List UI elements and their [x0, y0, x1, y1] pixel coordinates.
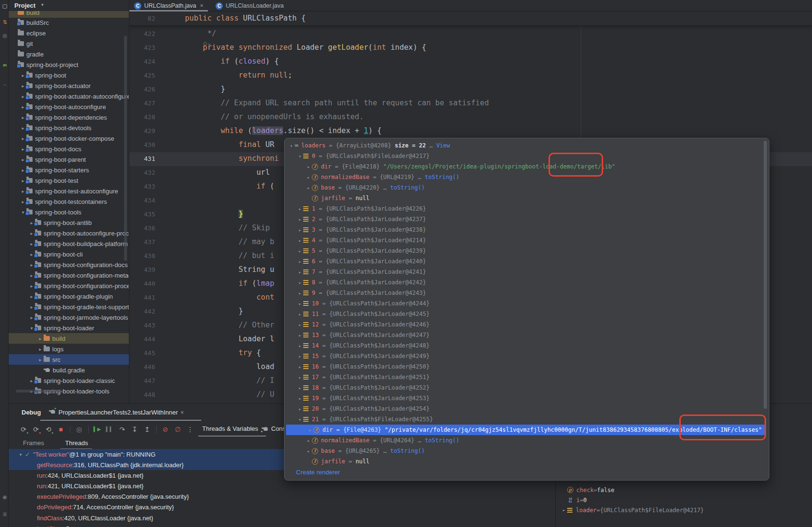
pause-icon[interactable]: ▍▍: [104, 424, 115, 435]
chevron-collapsed-icon[interactable]: ▸: [297, 354, 303, 359]
more-icon[interactable]: ⋮: [185, 424, 195, 435]
debugger-node-17[interactable]: ▸17 = {URLClassPath$JarLoader@4251}: [285, 372, 769, 382]
tree-item-spring-boot-configuration-processor[interactable]: ▸spring-boot-configuration-processor: [9, 280, 129, 291]
run-config-icon[interactable]: IR: [1, 63, 9, 67]
debugger-node-14[interactable]: ▸14 = {URLClassPath$JarLoader@4248}: [285, 340, 769, 351]
chevron-collapsed-icon[interactable]: ▸: [297, 301, 303, 306]
structure-icon[interactable]: ≣: [1, 511, 9, 517]
chevron-collapsed-icon[interactable]: ▸: [297, 322, 303, 327]
chevron-collapsed-icon[interactable]: ▸: [297, 269, 303, 275]
chevron-collapsed-icon[interactable]: ▸: [297, 259, 303, 264]
project-icon[interactable]: ▢: [1, 3, 9, 9]
chevron-collapsed-icon[interactable]: ▸: [305, 185, 312, 191]
debugger-node-dir[interactable]: ▸fdir = {File@4218} "/Users/zengsl/Proje…: [285, 161, 769, 172]
chevron-collapsed-icon[interactable]: ▸: [297, 385, 303, 391]
chevron-expanded-icon[interactable]: ▾: [297, 417, 303, 422]
debugger-node-loaders[interactable]: ▾∞loaders = {ArrayList@4208} size = 22 ……: [285, 140, 769, 151]
tab-frames[interactable]: Frames: [23, 439, 44, 447]
close-icon[interactable]: ×: [200, 2, 203, 9]
chevron-collapsed-icon[interactable]: ▸: [37, 357, 44, 362]
debugger-node-12[interactable]: ▸12 = {URLClassPath$JarLoader@4246}: [285, 319, 769, 330]
chevron-expanded-icon[interactable]: ▾: [17, 452, 24, 457]
editor-tab-URLClassPath.java[interactable]: CURLClassPath.java×: [129, 0, 208, 11]
breakpoints-muted-icon[interactable]: ∅: [172, 424, 183, 435]
variable-row-i[interactable]: 1001i = 0: [560, 495, 587, 505]
chevron-collapsed-icon[interactable]: ▸: [297, 227, 303, 233]
tree-item-spring-boot-configuration-metadata[interactable]: ▸spring-boot-configuration-metadata: [9, 270, 129, 280]
debugger-node-18[interactable]: ▸18 = {URLClassPath$JarLoader@4252}: [285, 382, 769, 393]
tab-threads[interactable]: Threads: [65, 439, 88, 447]
project-tree-vertical-scrollbar[interactable]: [124, 36, 127, 261]
eye-icon[interactable]: ◉: [1, 494, 9, 500]
stack-frame-row[interactable]: doPrivileged:714, AccessController {java…: [9, 502, 555, 513]
debugger-node-11[interactable]: ▸11 = {URLClassPath$JarLoader@4245}: [285, 309, 769, 319]
debugger-node-7[interactable]: ▸7 = {URLClassPath$JarLoader@4241}: [285, 267, 769, 277]
rerun-icon[interactable]: ⟳: [18, 424, 29, 435]
tree-item-spring-boot-loader[interactable]: ▾spring-boot-loader: [9, 323, 129, 333]
chevron-expanded-icon[interactable]: ▾: [297, 154, 303, 159]
tree-item-spring-boot-loader-classic[interactable]: ▸spring-boot-loader-classic: [9, 375, 129, 386]
debugger-node-8[interactable]: ▸8 = {URLClassPath$JarLoader@4242}: [285, 277, 769, 288]
tree-item-buildSrc[interactable]: buildSrc: [9, 17, 129, 28]
restart-icon[interactable]: ⟲: [43, 424, 54, 435]
tree-item-spring-boot-testcontainers[interactable]: ▸spring-boot-testcontainers: [9, 196, 129, 207]
debugger-node-6[interactable]: ▸6 = {URLClassPath$JarLoader@4240}: [285, 256, 769, 267]
debugger-node-13[interactable]: ▸13 = {URLClassPath$JarLoader@4247}: [285, 330, 769, 340]
tree-item-spring-boot-autoconfigure-processor[interactable]: ▸spring-boot-autoconfigure-processor: [9, 228, 129, 238]
debugger-node-normalizedBase[interactable]: ▸fnormalizedBase = {URL@4219} … toString…: [285, 172, 769, 182]
stack-frame-row[interactable]: loadClass:5: [9, 523, 555, 527]
step-over-icon[interactable]: ↷: [117, 424, 127, 435]
debugger-node-16[interactable]: ▸16 = {URLClassPath$JarLoader@4250}: [285, 361, 769, 372]
stop-icon[interactable]: ■: [56, 424, 66, 435]
chevron-collapsed-icon[interactable]: ▸: [297, 375, 303, 380]
chevron-collapsed-icon[interactable]: ▸: [307, 427, 313, 433]
chevron-collapsed-icon[interactable]: ▸: [297, 333, 303, 338]
chevron-collapsed-icon[interactable]: ▸: [297, 248, 303, 254]
divider-dash[interactable]: –: [1, 81, 9, 87]
project-panel-header[interactable]: Project ▾: [9, 0, 129, 11]
debugger-node-base[interactable]: ▸fbase = {URL@4220} … toString(): [285, 182, 769, 193]
tree-item-spring-boot-gradle-plugin[interactable]: ▸spring-boot-gradle-plugin: [9, 291, 129, 302]
tree-item-spring-boot-configuration-docs[interactable]: ▸spring-boot-configuration-docs: [9, 259, 129, 270]
account-icon[interactable]: ◎: [1, 33, 9, 39]
tree-item-spring-boot-starters[interactable]: ▸spring-boot-starters: [9, 165, 129, 175]
tree-item-spring-boot-cli[interactable]: ▸spring-boot-cli: [9, 249, 129, 259]
step-out-icon[interactable]: ↥: [142, 424, 152, 435]
debugger-node-jarfile[interactable]: fjarfile = null: [285, 193, 769, 203]
tree-item-spring-boot-docs[interactable]: ▸spring-boot-docs: [9, 144, 129, 154]
tree-item-spring-boot-devtools[interactable]: ▸spring-boot-devtools: [9, 123, 129, 133]
tree-item-spring-boot-dependencies[interactable]: ▸spring-boot-dependencies: [9, 112, 129, 123]
tree-item-spring-boot[interactable]: ▸spring-boot: [9, 70, 129, 80]
chevron-collapsed-icon[interactable]: ▸: [305, 164, 312, 169]
tree-item-logs[interactable]: ▸logs: [9, 344, 129, 354]
tree-item-git[interactable]: git: [9, 38, 129, 49]
debugger-node-0[interactable]: ▾0 = {URLClassPath$FileLoader@4217}: [285, 151, 769, 161]
mute-breakpoints-icon[interactable]: ⊘: [160, 424, 171, 435]
chevron-collapsed-icon[interactable]: ▸: [305, 449, 312, 454]
resume-icon[interactable]: ▍▶: [92, 424, 103, 435]
close-icon[interactable]: ×: [179, 409, 183, 416]
create-renderer-link[interactable]: Create renderer: [296, 469, 340, 476]
tree-item-spring-boot-jarmode-layertools[interactable]: ▸spring-boot-jarmode-layertools: [9, 312, 129, 323]
tree-item-spring-boot-test[interactable]: ▸spring-boot-test: [9, 175, 129, 186]
tree-item-build[interactable]: ▸build: [9, 333, 129, 344]
tree-item-spring-boot-docker-compose[interactable]: ▸spring-boot-docker-compose: [9, 133, 129, 144]
vcs-icon[interactable]: ⇅: [1, 19, 9, 25]
debugger-node-5[interactable]: ▸5 = {URLClassPath$JarLoader@4239}: [285, 246, 769, 256]
chevron-collapsed-icon[interactable]: ▸: [37, 336, 44, 341]
debugger-node-1[interactable]: ▸1 = {URLClassPath$JarLoader@4226}: [285, 203, 769, 214]
stack-frame-row[interactable]: executePrivileged:809, AccessController …: [9, 492, 555, 502]
chevron-collapsed-icon[interactable]: ▸: [297, 291, 303, 296]
rerun-failed-tests-icon[interactable]: ⟳: [31, 424, 41, 435]
tostring-link[interactable]: toString(): [425, 174, 459, 180]
chevron-collapsed-icon[interactable]: ▸: [297, 312, 303, 317]
watch-icon[interactable]: ◎: [74, 424, 84, 435]
stack-frame-row[interactable]: run:421, URLClassLoader$1 {java.net}: [9, 481, 555, 491]
debug-session-tab[interactable]: PropertiesLauncherTests2.testJarWithInne…: [49, 409, 184, 416]
chevron-collapsed-icon[interactable]: ▸: [37, 347, 44, 352]
chevron-collapsed-icon[interactable]: ▸: [305, 438, 312, 443]
debugger-node-jarfile[interactable]: fjarfile = null: [285, 456, 769, 467]
chevron-expanded-icon[interactable]: ▾: [288, 143, 295, 148]
chevron-collapsed-icon[interactable]: ▸: [297, 280, 303, 285]
tab-threads-variables[interactable]: Threads & Variables: [202, 425, 258, 432]
